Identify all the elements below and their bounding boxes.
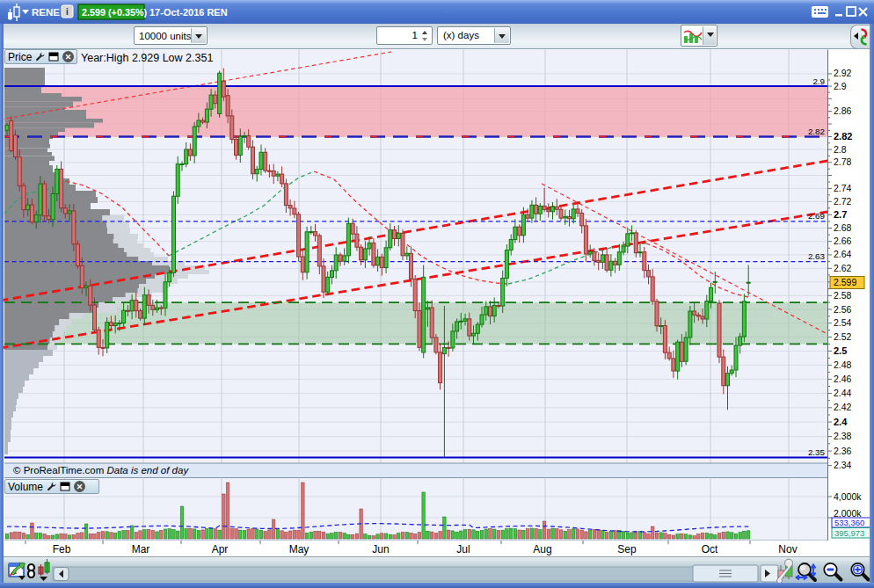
svg-text:2.42: 2.42 — [834, 402, 852, 412]
svg-text:Feb: Feb — [53, 543, 71, 555]
svg-text:2.64: 2.64 — [834, 249, 852, 259]
svg-text:May: May — [289, 543, 310, 555]
svg-text:2.82: 2.82 — [834, 131, 852, 142]
svg-text:2.36: 2.36 — [834, 446, 852, 456]
svg-text:2.58: 2.58 — [834, 290, 852, 301]
svg-text:533,360: 533,360 — [834, 518, 864, 527]
svg-text:2.54: 2.54 — [834, 317, 852, 328]
svg-text:2.56: 2.56 — [834, 304, 852, 315]
svg-text:RENE: RENE — [32, 7, 60, 18]
svg-text:2.48: 2.48 — [834, 359, 852, 370]
svg-text:2.82: 2.82 — [808, 127, 825, 136]
svg-text:2.35: 2.35 — [808, 447, 826, 457]
svg-text:2.44: 2.44 — [834, 388, 852, 398]
svg-text:2.5: 2.5 — [834, 345, 847, 356]
svg-text:2.34: 2.34 — [834, 460, 852, 470]
svg-text:2.68: 2.68 — [834, 222, 852, 233]
svg-text:Sep: Sep — [617, 543, 637, 555]
svg-text:2.78: 2.78 — [834, 156, 852, 167]
svg-text:2.62: 2.62 — [834, 263, 852, 273]
svg-text:i: i — [66, 7, 69, 17]
svg-text:Jun: Jun — [372, 543, 389, 555]
svg-text:2.7: 2.7 — [834, 209, 847, 220]
svg-text:2.599: 2.599 — [834, 277, 856, 287]
svg-text:17-Oct-2016 REN: 17-Oct-2016 REN — [149, 7, 228, 18]
svg-text:Aug: Aug — [533, 543, 551, 555]
svg-text:2.9: 2.9 — [812, 76, 825, 86]
svg-text:Jul: Jul — [456, 543, 470, 555]
svg-text:4,000k: 4,000k — [834, 491, 862, 502]
svg-text:2.599 (+0.35%): 2.599 (+0.35%) — [82, 7, 148, 18]
svg-text:2,000k: 2,000k — [834, 508, 862, 519]
svg-text:Apr: Apr — [212, 543, 229, 555]
svg-text:2.69: 2.69 — [808, 211, 825, 221]
svg-text:© ProRealTime.com Data is end: © ProRealTime.com Data is end of day — [13, 465, 189, 475]
svg-text:2.8: 2.8 — [834, 144, 847, 155]
svg-text:2.74: 2.74 — [834, 183, 852, 193]
svg-text:2.63: 2.63 — [808, 251, 826, 261]
svg-text:2.52: 2.52 — [834, 331, 852, 342]
svg-text:395,973: 395,973 — [834, 528, 864, 538]
svg-text:2.38: 2.38 — [834, 431, 852, 441]
svg-text:2.4: 2.4 — [834, 417, 848, 427]
svg-text:Nov: Nov — [778, 543, 797, 555]
svg-text:2.86: 2.86 — [834, 105, 852, 116]
svg-text:2.46: 2.46 — [834, 374, 852, 384]
svg-text:2.66: 2.66 — [834, 236, 852, 246]
svg-text:Oct: Oct — [702, 543, 718, 555]
svg-text:2.92: 2.92 — [834, 68, 852, 78]
svg-text:2.9: 2.9 — [834, 81, 847, 91]
svg-text:2.72: 2.72 — [834, 196, 852, 207]
svg-text:Mar: Mar — [132, 543, 150, 555]
